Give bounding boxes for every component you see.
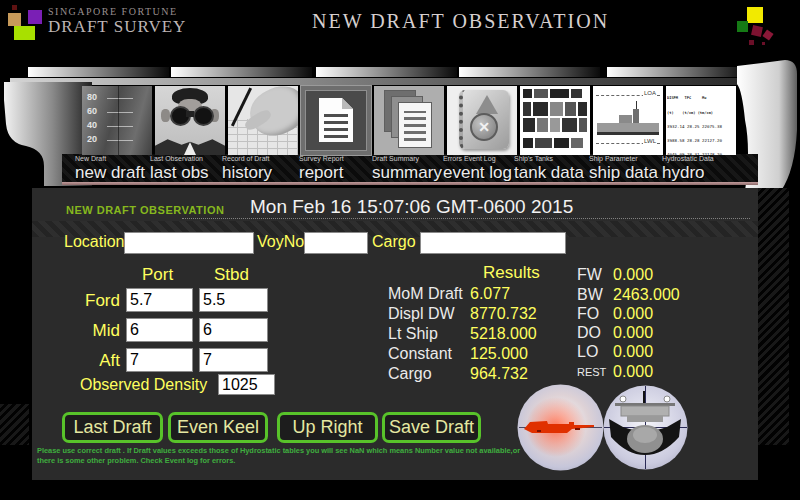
- mid-label: Mid: [50, 321, 120, 341]
- brand-logo: [8, 2, 52, 46]
- even-keel-button[interactable]: Even Keel: [168, 412, 268, 443]
- result-value: 8770.732: [470, 305, 537, 323]
- save-draft-button[interactable]: Save Draft: [382, 412, 481, 443]
- gradient-strip: [171, 67, 312, 77]
- corner-square-yellow: [747, 7, 763, 23]
- report-document-icon: [319, 98, 353, 142]
- nav-tile-tank-data[interactable]: [520, 86, 590, 155]
- nav-underline: [62, 182, 758, 185]
- result-label: Lt Ship: [388, 325, 438, 343]
- left-hatch-texture: [0, 404, 29, 445]
- nav-tile-hydro[interactable]: DISPM TPC Mu (t) (t/cm) (tm/cm) 3932.14 …: [666, 86, 736, 155]
- result-value: 6.077: [470, 285, 510, 303]
- tank-value: 0.000: [613, 324, 653, 342]
- brand-name: SINGAPORE FORTUNE: [48, 6, 178, 17]
- last-draft-button[interactable]: Last Draft: [62, 412, 163, 443]
- tank-value: 0.000: [613, 363, 653, 381]
- aft-stbd-input[interactable]: [199, 348, 268, 372]
- tank-value: 0.000: [613, 266, 653, 284]
- brand-app: DRAFT SURVEY: [48, 17, 186, 37]
- warning-triangle-icon: [476, 95, 498, 114]
- heading-divider: [182, 218, 750, 219]
- nav-tile-last-obs[interactable]: [155, 86, 225, 155]
- report-tile-frame: [305, 90, 367, 151]
- hydrostatic-table-icon: DISPM TPC Mu (t) (t/cm) (tm/cm) 3932.14 …: [667, 87, 736, 155]
- result-value: 5218.000: [470, 325, 537, 343]
- nav-item-ship-data[interactable]: Ship Parameter ship data: [589, 155, 658, 182]
- nav-tile-ship-data[interactable]: LOA LWL: [593, 86, 663, 155]
- timestamp: Mon Feb 16 15:07:06 GMT-0600 2015: [250, 196, 573, 218]
- trim-indicator-gauge: [517, 384, 604, 471]
- corner-square-maroon-3: [749, 40, 754, 45]
- mid-stbd-input[interactable]: [199, 318, 268, 342]
- cargo-label: Cargo: [372, 233, 416, 251]
- event-log-notebook-icon: ✕: [459, 90, 509, 149]
- tank-label: LO: [577, 343, 598, 361]
- result-label: Constant: [388, 345, 452, 363]
- density-label: Observed Density: [80, 376, 207, 394]
- heel-indicator-gauge: [603, 385, 688, 470]
- nav-tile-new-draft[interactable]: 80 60 40 20: [82, 86, 152, 155]
- voyno-label: VoyNo: [257, 233, 304, 251]
- tank-label: BW: [577, 286, 603, 304]
- corner-square-maroon-2: [762, 29, 773, 40]
- tank-value: 2463.000: [613, 286, 680, 304]
- nav-item-history[interactable]: Record of Draft history: [222, 155, 272, 182]
- voyno-input[interactable]: [304, 232, 368, 254]
- logo-square-maroon: [12, 5, 17, 10]
- ford-stbd-input[interactable]: [199, 288, 268, 312]
- aft-port-input[interactable]: [126, 348, 193, 372]
- results-title: Results: [483, 263, 540, 283]
- port-header: Port: [142, 265, 173, 285]
- gradient-strip: [459, 67, 600, 77]
- result-value: 964.732: [470, 365, 528, 383]
- up-right-button[interactable]: Up Right: [277, 412, 378, 443]
- ford-port-input[interactable]: [126, 288, 193, 312]
- tank-value: 0.000: [613, 305, 653, 323]
- gradient-strip: [607, 67, 748, 77]
- corner-square-maroon-4: [762, 42, 765, 45]
- ford-label: Ford: [50, 291, 120, 311]
- tank-label: FW: [577, 266, 602, 284]
- gradient-strip: [28, 67, 169, 77]
- cargo-input[interactable]: [420, 232, 566, 254]
- corner-logo: [735, 4, 795, 49]
- logo-square-tan: [8, 13, 21, 26]
- result-label: Cargo: [388, 365, 432, 383]
- location-input[interactable]: [124, 232, 254, 254]
- logo-square-purple: [28, 10, 42, 24]
- logo-square-green: [14, 26, 35, 40]
- stbd-header: Stbd: [214, 265, 249, 285]
- result-label: Displ DW: [388, 305, 455, 323]
- tank-label: REST: [577, 366, 606, 378]
- mid-port-input[interactable]: [126, 318, 193, 342]
- nav-item-last-obs[interactable]: Last Observation last obs: [150, 155, 209, 182]
- nav-item-tank-data[interactable]: Ship's Tanks tank data: [514, 155, 584, 182]
- error-x-icon: ✕: [470, 113, 498, 141]
- tank-value: 0.000: [613, 343, 653, 361]
- gradient-strip: [316, 67, 457, 77]
- right-hatch-texture: [758, 188, 789, 445]
- density-input[interactable]: [218, 374, 275, 395]
- corner-square-green: [737, 21, 748, 32]
- nav-tile-event-log[interactable]: ✕: [447, 86, 517, 155]
- nav-tile-report[interactable]: [301, 86, 371, 155]
- result-value: 125.000: [470, 345, 528, 363]
- nav-item-report[interactable]: Survey Report report: [299, 155, 344, 182]
- panel-heading: NEW DRAFT OBSERVATION: [66, 204, 224, 216]
- nav-item-summary[interactable]: Draft Summary summary: [372, 155, 442, 182]
- aft-label: Aft: [50, 351, 120, 371]
- nav-tile-history[interactable]: [228, 86, 298, 155]
- tank-label: DO: [577, 324, 601, 342]
- nav-tile-summary[interactable]: [374, 86, 444, 155]
- tank-label: FO: [577, 305, 599, 323]
- nav-item-event-log[interactable]: Errors Event Log event log: [443, 155, 512, 182]
- toolbar-top-bar: [10, 78, 790, 85]
- nav-item-hydro[interactable]: Hydrostatic Data hydro: [662, 155, 714, 182]
- nav-item-new-draft[interactable]: New Draft new draft: [75, 155, 145, 182]
- app-window: SINGAPORE FORTUNE DRAFT SURVEY NEW DRAFT…: [0, 0, 800, 500]
- corner-square-maroon-1: [751, 25, 763, 37]
- new-draft-panel: NEW DRAFT OBSERVATION Mon Feb 16 15:07:0…: [32, 188, 758, 480]
- result-label: MoM Draft: [388, 285, 463, 303]
- footer-note: Please use correct draft . If Draft valu…: [37, 446, 527, 467]
